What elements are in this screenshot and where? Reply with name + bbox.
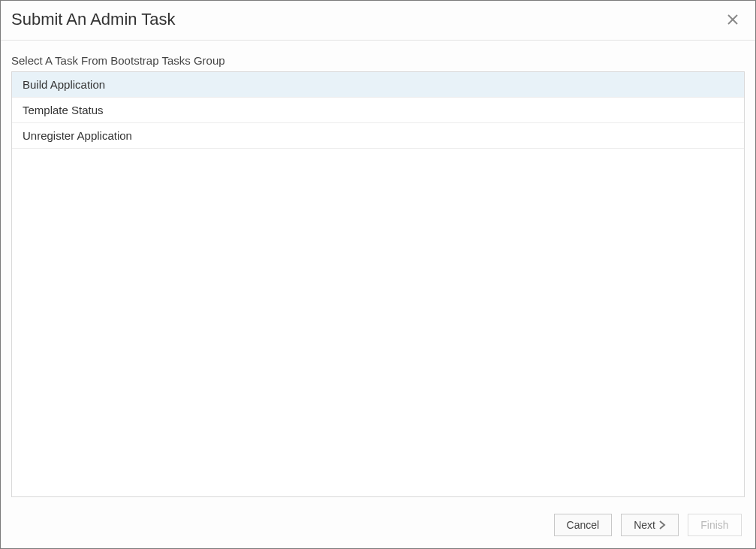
task-item-unregister-application[interactable]: Unregister Application xyxy=(12,123,744,149)
cancel-button[interactable]: Cancel xyxy=(554,514,613,536)
dialog-title: Submit An Admin Task xyxy=(11,10,176,29)
dialog-header: Submit An Admin Task xyxy=(1,1,755,41)
dialog-footer: Cancel Next Finish xyxy=(1,505,755,548)
task-list: Build Application Template Status Unregi… xyxy=(11,71,745,497)
close-icon xyxy=(727,11,738,29)
finish-button-label: Finish xyxy=(700,519,728,531)
cancel-button-label: Cancel xyxy=(567,519,600,531)
instruction-text: Select A Task From Bootstrap Tasks Group xyxy=(11,54,745,67)
finish-button: Finish xyxy=(688,514,742,536)
dialog-body: Select A Task From Bootstrap Tasks Group… xyxy=(1,41,755,505)
task-item-build-application[interactable]: Build Application xyxy=(12,72,744,98)
task-item-label: Unregister Application xyxy=(23,129,132,142)
task-item-template-status[interactable]: Template Status xyxy=(12,98,744,123)
next-button-label: Next xyxy=(634,519,655,531)
dialog-window: Submit An Admin Task Select A Task From … xyxy=(0,0,756,549)
close-button[interactable] xyxy=(724,11,742,29)
chevron-right-icon xyxy=(658,520,666,529)
task-item-label: Template Status xyxy=(23,104,104,116)
next-button[interactable]: Next xyxy=(621,514,679,536)
task-item-label: Build Application xyxy=(23,78,105,91)
